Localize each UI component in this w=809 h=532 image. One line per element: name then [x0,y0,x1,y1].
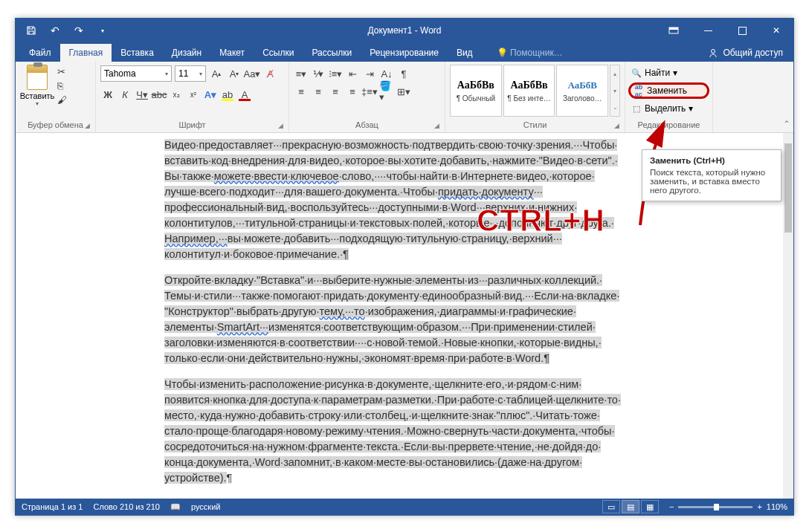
group-paragraph: ≡▾ ⅟▾ ⁝≡▾ ⇤ ⇥ A↓ ¶ ≡ ≡ ≡ ≡ ‡≡▾ 🪣▾ ⊞▾ [289,62,445,132]
tab-design[interactable]: Дизайн [163,44,210,62]
replace-tooltip: Заменить (Ctrl+H) Поиск текста, который … [642,149,781,201]
highlight-icon[interactable]: ab [220,86,235,103]
ribbon: Вставить ▾ ✂ ⎘ 🖌 Буфер обмена◢ Tahoma▾ 1… [16,62,793,133]
tab-view[interactable]: Вид [448,44,482,62]
tab-references[interactable]: Ссылки [254,44,303,62]
shading-icon[interactable]: 🪣▾ [379,83,394,100]
change-case-icon[interactable]: Aa▾ [245,65,260,82]
redo-icon[interactable]: ↷ [72,24,86,37]
cursor-icon: ⬚ [631,103,642,114]
styles-launcher[interactable]: ◢ [613,122,620,129]
status-page[interactable]: Страница 1 из 1 [22,502,83,511]
align-left-icon[interactable]: ≡ [294,83,309,100]
font-color-icon[interactable]: A [237,86,252,103]
style-normal[interactable]: АаБбВв¶ Обычный [450,65,502,117]
replace-button[interactable]: abacЗаменить [628,82,709,99]
qat-dropdown-icon[interactable]: ▾ [96,24,109,37]
font-launcher[interactable]: ◢ [277,122,284,129]
search-icon: 🔍 [631,68,642,78]
italic-button[interactable]: К [117,86,132,103]
tab-mailings[interactable]: Рассылки [303,44,361,62]
tab-review[interactable]: Рецензирование [361,44,448,62]
statusbar: Страница 1 из 1 Слово 210 из 210 📖 русск… [16,499,793,515]
justify-icon[interactable]: ≡ [345,83,360,100]
copy-icon[interactable]: ⎘ [57,80,67,91]
ribbon-tabs: Файл Главная Вставка Дизайн Макет Ссылки… [16,42,793,62]
svg-point-2 [712,50,715,53]
borders-icon[interactable]: ⊞▾ [396,83,411,100]
vertical-scrollbar[interactable] [783,133,793,499]
find-button[interactable]: 🔍Найти ▾ [628,65,709,81]
tab-home[interactable]: Главная [60,44,112,62]
multilevel-icon[interactable]: ⁝≡▾ [328,65,343,82]
sort-icon[interactable]: A↓ [379,65,394,82]
replace-icon: abac [634,85,644,96]
bullets-icon[interactable]: ≡▾ [294,65,309,82]
superscript-button[interactable]: x² [186,86,201,103]
minimize-button[interactable] [691,19,725,42]
cut-icon[interactable]: ✂ [57,66,67,77]
style-no-spacing[interactable]: АаБбВв¶ Без инте… [503,65,555,117]
clipboard-launcher[interactable]: ◢ [83,122,91,129]
styles-scroll[interactable]: ▴▾⌄ [610,65,620,117]
inc-indent-icon[interactable]: ⇥ [362,65,377,82]
view-read-icon[interactable]: ▭ [602,500,620,513]
group-editing: 🔍Найти ▾ abacЗаменить ⬚Выделить ▾ Редакт… [625,62,713,132]
zoom-level[interactable]: 110% [767,502,787,511]
line-spacing-icon[interactable]: ‡≡▾ [362,83,377,100]
maximize-button[interactable] [725,19,759,42]
close-button[interactable]: ✕ [759,19,793,42]
undo-icon[interactable]: ↶ [48,24,62,37]
show-marks-icon[interactable]: ¶ [396,65,411,82]
ribbon-options-icon[interactable] [657,19,691,42]
share-button[interactable]: Общий доступ [697,44,793,62]
status-language[interactable]: русский [191,502,220,511]
tab-insert[interactable]: Вставка [112,44,163,62]
status-proofing-icon[interactable]: 📖 [170,502,181,512]
numbering-icon[interactable]: ⅟▾ [311,65,326,82]
save-icon[interactable] [25,24,38,37]
subscript-button[interactable]: x₂ [169,86,184,103]
font-size-combo[interactable]: 11▾ [175,65,206,82]
tell-me[interactable]: 💡 Помощник… [482,44,572,62]
group-styles: АаБбВв¶ Обычный АаБбВв¶ Без инте… АаБбВЗ… [445,62,625,132]
strike-button[interactable]: abc [152,86,167,103]
grow-font-icon[interactable]: A▴ [209,65,224,82]
para-launcher[interactable]: ◢ [433,122,440,129]
text-effects-icon[interactable]: A▾ [203,86,218,103]
svg-rect-1 [669,27,678,30]
zoom-in-icon[interactable]: + [757,502,761,511]
style-heading1[interactable]: АаБбВЗаголово… [556,65,608,117]
view-print-icon[interactable]: ▤ [622,500,639,513]
bold-button[interactable]: Ж [100,86,115,103]
tab-layout[interactable]: Макет [210,44,254,62]
shrink-font-icon[interactable]: A▾ [227,65,242,82]
font-name-combo[interactable]: Tahoma▾ [100,65,172,82]
collapse-ribbon-icon[interactable]: ⌃ [783,119,790,129]
group-font: Tahoma▾ 11▾ A▴ A▾ Aa▾ A̸ Ж К Ч▾ abc x₂ x… [96,62,289,132]
clipboard-icon [27,65,48,90]
titlebar: ↶ ↷ ▾ Документ1 - Word ✕ [16,19,793,42]
align-center-icon[interactable]: ≡ [311,83,326,100]
clear-format-icon[interactable]: A̸ [262,65,277,82]
underline-button[interactable]: Ч▾ [135,86,149,103]
zoom-control[interactable]: − + 110% [669,502,787,511]
format-painter-icon[interactable]: 🖌 [57,94,67,106]
select-button[interactable]: ⬚Выделить ▾ [628,100,709,117]
annotation-shortcut: CTRL+H [477,203,605,239]
window-title: Документ1 - Word [367,25,441,36]
zoom-out-icon[interactable]: − [669,502,674,511]
group-clipboard: Вставить ▾ ✂ ⎘ 🖌 Буфер обмена◢ [16,62,96,132]
dec-indent-icon[interactable]: ⇤ [345,65,360,82]
paste-button[interactable]: Вставить ▾ [20,65,54,117]
tab-file[interactable]: Файл [20,44,60,62]
view-web-icon[interactable]: ▦ [641,500,659,513]
status-words[interactable]: Слово 210 из 210 [93,502,160,511]
align-right-icon[interactable]: ≡ [328,83,343,100]
